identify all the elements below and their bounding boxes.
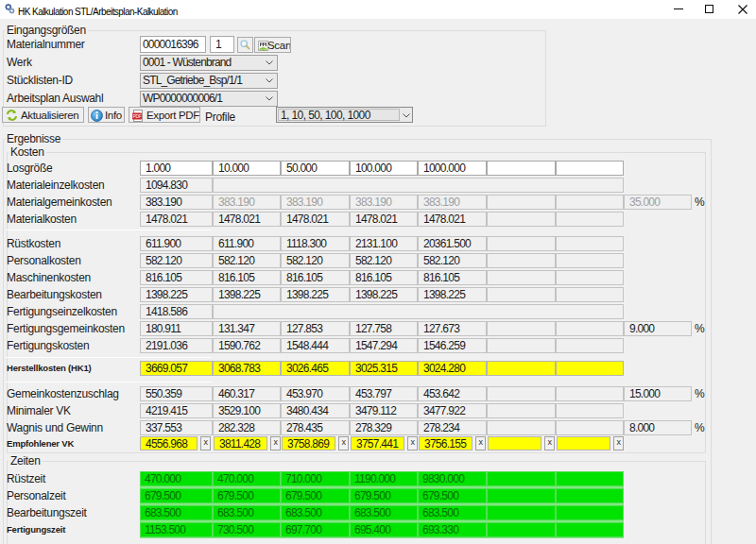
svg-text:PDF: PDF <box>132 113 141 119</box>
